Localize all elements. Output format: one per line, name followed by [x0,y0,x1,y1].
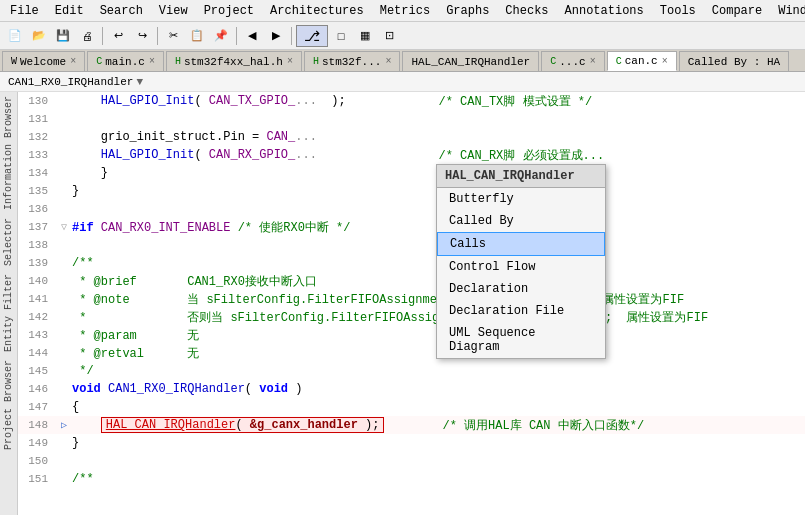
line-number: 149 [18,437,56,449]
toolbar-new[interactable]: 📄 [4,25,26,47]
tab-bar: W Welcome × C main.c × H stm32f4xx_hal.h… [0,50,805,72]
toolbar-forward[interactable]: ▶ [265,25,287,47]
code-text: HAL_GPIO_Init( CAN_RX_GPIO_... [72,148,439,162]
tab-halh[interactable]: H stm32f4xx_hal.h × [166,51,302,71]
tab-canc[interactable]: C can.c × [607,51,677,71]
menu-view[interactable]: View [153,2,194,20]
line-number: 136 [18,203,56,215]
code-comment: /* CAN_TX脚 模式设置 */ [439,93,806,110]
table-row: 135 } [18,182,805,200]
table-row: 130 HAL_GPIO_Init( CAN_TX_GPIO_... ); /*… [18,92,805,110]
menu-project[interactable]: Project [198,2,260,20]
menu-graphs[interactable]: Graphs [440,2,495,20]
menu-file[interactable]: File [4,2,45,20]
toolbar-undo[interactable]: ↩ [107,25,129,47]
dropdown-butterfly[interactable]: Butterfly [437,188,605,210]
line-number: 139 [18,257,56,269]
table-row: 142 * 否则当 sFilterConfig.FilterFIFOAssign… [18,308,805,326]
toolbar: 📄 📂 💾 🖨 ↩ ↪ ✂ 📋 📌 ◀ ▶ ⎇ □ ▦ ⊡ [0,22,805,50]
tab-calledby-label: Called By : HA [688,56,780,68]
toolbar-save[interactable]: 💾 [52,25,74,47]
toolbar-back[interactable]: ◀ [241,25,263,47]
line-number: 134 [18,167,56,179]
table-row: 136 [18,200,805,218]
table-row: 131 [18,110,805,128]
menu-metrics[interactable]: Metrics [374,2,436,20]
dropdown-declaration[interactable]: Declaration [437,278,605,300]
tab-stm32f[interactable]: H stm32f... × [304,51,400,71]
table-row: 143 * @param 无 [18,326,805,344]
line-number: 144 [18,347,56,359]
code-text: { [72,400,805,414]
main-area: Information Browser Selector Entity Filt… [0,92,805,515]
toolbar-sep1 [102,27,103,45]
tab-welcome-close[interactable]: × [70,56,76,67]
toolbar-btn4[interactable]: 🖨 [76,25,98,47]
table-row: 145 */ [18,362,805,380]
dropdown-control-flow[interactable]: Control Flow [437,256,605,278]
tab-dotc-close[interactable]: × [590,56,596,67]
tab-canc-close[interactable]: × [662,56,668,67]
line-number: 140 [18,275,56,287]
toolbar-view3[interactable]: ⊡ [378,25,400,47]
code-text: /** [72,472,805,486]
menu-checks[interactable]: Checks [499,2,554,20]
tab-dotc[interactable]: C ...c × [541,51,604,71]
dropdown-called-by[interactable]: Called By [437,210,605,232]
menu-edit[interactable]: Edit [49,2,90,20]
toolbar-open[interactable]: 📂 [28,25,50,47]
tab-halcan[interactable]: HAL_CAN_IRQHandler [402,51,539,71]
sidebar-label-selector[interactable]: Selector [1,214,16,270]
tab-stm32f-label: stm32f... [322,56,381,68]
tab-welcome[interactable]: W Welcome × [2,51,85,71]
tab-dotc-label: ...c [559,56,585,68]
menu-tools[interactable]: Tools [654,2,702,20]
tab-mainc-label: main.c [105,56,145,68]
code-text: } [72,436,805,450]
menu-architectures[interactable]: Architectures [264,2,370,20]
table-row: 149 } [18,434,805,452]
dropdown-calls[interactable]: Calls [437,232,605,256]
toolbar-sep3 [236,27,237,45]
menu-annotations[interactable]: Annotations [559,2,650,20]
sidebar-label-project[interactable]: Project Browser [1,356,16,454]
tab-mainc[interactable]: C main.c × [87,51,164,71]
context-menu: HAL_CAN_IRQHandler Butterfly Called By C… [436,164,606,359]
fold-arrow[interactable]: ▽ [56,221,72,233]
tab-halh-close[interactable]: × [287,56,293,67]
menu-search[interactable]: Search [94,2,149,20]
table-row: 133 HAL_GPIO_Init( CAN_RX_GPIO_... /* CA… [18,146,805,164]
tab-dotc-icon: C [550,56,556,67]
toolbar-paste[interactable]: 📌 [210,25,232,47]
table-row: 139 /** [18,254,805,272]
breadcrumb-func[interactable]: CAN1_RX0_IRQHandler [8,76,133,88]
line-number: 137 [18,221,56,233]
toolbar-redo[interactable]: ↪ [131,25,153,47]
table-row: 150 [18,452,805,470]
menu-window[interactable]: Window [772,2,805,20]
toolbar-view1[interactable]: □ [330,25,352,47]
sidebar-label-information[interactable]: Information Browser [1,92,16,214]
toolbar-calltree[interactable]: ⎇ [296,25,328,47]
sidebar-label-entity[interactable]: Entity Filter [1,270,16,356]
line-number: 150 [18,455,56,467]
toolbar-view2[interactable]: ▦ [354,25,376,47]
line-number: 135 [18,185,56,197]
tab-stm32f-icon: H [313,56,319,67]
tab-welcome-label: Welcome [20,56,66,68]
line-number: 141 [18,293,56,305]
toolbar-cut[interactable]: ✂ [162,25,184,47]
editor: 130 HAL_GPIO_Init( CAN_TX_GPIO_... ); /*… [18,92,805,515]
tab-mainc-close[interactable]: × [149,56,155,67]
tab-calledby[interactable]: Called By : HA [679,51,789,71]
dropdown-declaration-file[interactable]: Declaration File [437,300,605,322]
tab-stm32f-close[interactable]: × [385,56,391,67]
code-area: 130 HAL_GPIO_Init( CAN_TX_GPIO_... ); /*… [18,92,805,515]
fold-arrow: ▷ [56,419,72,431]
toolbar-copy[interactable]: 📋 [186,25,208,47]
line-number: 148 [18,419,56,431]
code-text: */ [72,364,805,378]
dropdown-uml[interactable]: UML Sequence Diagram [437,322,605,358]
line-number: 145 [18,365,56,377]
menu-compare[interactable]: Compare [706,2,768,20]
